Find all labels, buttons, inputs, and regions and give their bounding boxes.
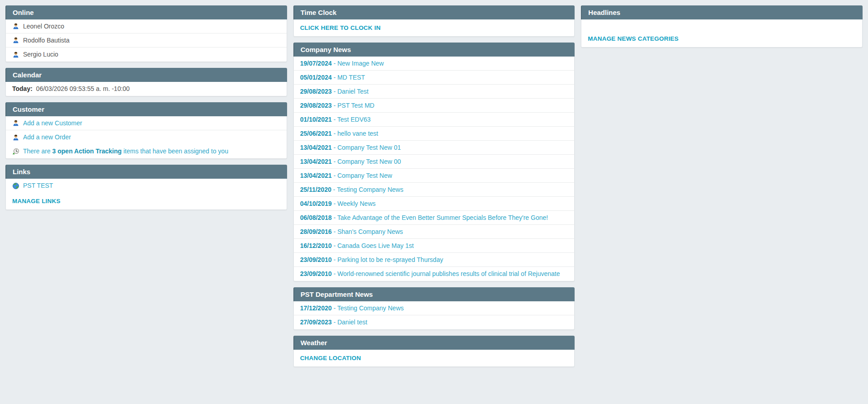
online-panel: Online Leonel Orozco xyxy=(5,5,287,62)
user-icon xyxy=(12,51,19,58)
customer-panel: Customer Add a new Customer xyxy=(5,102,287,159)
news-item-separator: - xyxy=(332,304,337,312)
clock-in-button[interactable]: CLICK HERE TO CLOCK IN xyxy=(300,24,381,32)
customer-action-link[interactable]: Add a new Customer xyxy=(23,119,82,127)
action-tracking-count: 3 open Action Tracking xyxy=(52,147,122,155)
weather-panel-header: Weather xyxy=(293,336,575,350)
pst-department-news-panel: PST Department News 17/12/2020 - Testing… xyxy=(293,287,575,330)
today-label: Today: xyxy=(12,85,33,93)
user-icon xyxy=(12,23,19,30)
headlines-panel: Headlines MANAGE NEWS CATEGORIES xyxy=(581,5,863,48)
news-item-link[interactable]: 28/09/2016 - Shan's Company News xyxy=(300,228,403,236)
news-item-row: 27/09/2023 - Daniel test xyxy=(294,315,575,329)
news-item-separator: - xyxy=(332,242,337,249)
news-item-row: 29/08/2023 - PST Test MD xyxy=(294,99,575,113)
news-item-link[interactable]: 25/06/2021 - hello vane test xyxy=(300,129,378,138)
news-item-date: 05/01/2024 xyxy=(300,74,332,81)
customer-action-link[interactable]: Add a new Order xyxy=(23,133,71,141)
clock-arrow-icon xyxy=(12,148,19,155)
action-tracking-row: There are 3 open Action Tracking items t… xyxy=(6,144,287,158)
links-panel-body: PST TEST MANAGE LINKS xyxy=(5,179,287,210)
news-item-link[interactable]: 23/09/2010 - World-renowned scientific j… xyxy=(300,270,560,278)
right-column: Headlines MANAGE NEWS CATEGORIES xyxy=(581,5,863,53)
online-panel-title: Online xyxy=(13,9,34,16)
news-item-separator: - xyxy=(332,200,337,207)
news-item-row: 28/09/2016 - Shan's Company News xyxy=(294,225,575,239)
time-clock-panel: Time Clock CLICK HERE TO CLOCK IN xyxy=(293,5,575,37)
company-news-panel-title: Company News xyxy=(301,46,351,53)
news-item-separator: - xyxy=(332,256,337,263)
action-tracking-link[interactable]: There are 3 open Action Tracking items t… xyxy=(23,147,228,155)
news-item-link[interactable]: 06/08/2018 - Take Advantage of the Even … xyxy=(300,214,548,222)
company-news-panel-body: 19/07/2024 - New Image New 05/01/2024 - … xyxy=(293,57,575,281)
customer-link-row: Add a new Order xyxy=(6,130,287,144)
news-item-link[interactable]: 17/12/2020 - Testing Company News xyxy=(300,304,404,312)
news-item-date: 28/09/2016 xyxy=(300,228,332,235)
news-item-link[interactable]: 13/04/2021 - Company Test New 00 xyxy=(300,157,401,166)
action-tracking-text-post: items that have been assigned to you xyxy=(122,147,228,155)
news-item-row: 25/06/2021 - hello vane test xyxy=(294,127,575,141)
news-item-date: 27/09/2023 xyxy=(300,318,332,326)
news-item-date: 13/04/2021 xyxy=(300,172,332,179)
headlines-panel-title: Headlines xyxy=(588,9,620,16)
news-item-row: 17/12/2020 - Testing Company News xyxy=(294,301,575,315)
today-datetime: 06/03/2026 09:53:55 a. m. -10:00 xyxy=(36,85,130,93)
news-item-date: 16/12/2010 xyxy=(300,242,332,249)
news-item-date: 01/10/2021 xyxy=(300,116,332,123)
news-item-row: 29/08/2023 - Daniel Test xyxy=(294,85,575,99)
news-item-title: World-renowned scientific journal publis… xyxy=(337,270,560,277)
news-item-separator: - xyxy=(332,74,337,81)
news-item-row: 13/04/2021 - Company Test New xyxy=(294,169,575,183)
news-item-link[interactable]: 19/07/2024 - New Image New xyxy=(300,59,384,67)
headlines-panel-header: Headlines xyxy=(581,5,863,19)
links-panel-header: Links xyxy=(5,165,287,179)
news-item-separator: - xyxy=(332,214,337,221)
online-user-name: Rodolfo Bautista xyxy=(23,36,70,44)
news-item-link[interactable]: 05/01/2024 - MD TEST xyxy=(300,73,365,81)
news-item-link[interactable]: 13/04/2021 - Company Test New 01 xyxy=(300,143,401,152)
news-item-link[interactable]: 25/11/2020 - Testing Company News xyxy=(300,185,404,194)
manage-links-button[interactable]: MANAGE LINKS xyxy=(12,197,61,205)
online-user-row: Sergio Lucio xyxy=(6,48,287,62)
clock-in-row: CLICK HERE TO CLOCK IN xyxy=(294,19,575,36)
news-item-row: 19/07/2024 - New Image New xyxy=(294,57,575,71)
online-user-name: Leonel Orozco xyxy=(23,22,64,30)
news-item-link[interactable]: 23/09/2010 - Parking lot to be re-spraye… xyxy=(300,256,443,264)
pst-department-news-list: 17/12/2020 - Testing Company News 27/09/… xyxy=(294,301,575,329)
news-item-separator: - xyxy=(332,158,337,165)
company-news-panel-header: Company News xyxy=(293,43,575,57)
change-location-row: CHANGE LOCATION xyxy=(294,350,575,366)
headlines-panel-body: MANAGE NEWS CATEGORIES xyxy=(581,19,863,48)
news-item-title: Weekly News xyxy=(337,200,376,207)
calendar-panel-title: Calendar xyxy=(13,71,42,79)
news-item-row: 23/09/2010 - World-renowned scientific j… xyxy=(294,267,575,281)
news-item-row: 25/11/2020 - Testing Company News xyxy=(294,183,575,197)
news-item-separator: - xyxy=(332,102,337,109)
manage-news-categories-button[interactable]: MANAGE NEWS CATEGORIES xyxy=(588,35,679,43)
news-item-row: 23/09/2010 - Parking lot to be re-spraye… xyxy=(294,253,575,267)
online-user-list: Leonel Orozco Rodolfo Bautista xyxy=(6,19,287,62)
news-item-title: Testing Company News xyxy=(337,304,404,312)
news-item-title: Take Advantage of the Even Better Summer… xyxy=(337,214,548,221)
headlines-empty-space xyxy=(581,19,862,30)
company-news-list: 19/07/2024 - New Image New 05/01/2024 - … xyxy=(294,57,575,281)
news-item-row: 06/08/2018 - Take Advantage of the Even … xyxy=(294,211,575,225)
middle-column: Time Clock CLICK HERE TO CLOCK IN Compan… xyxy=(293,5,575,373)
news-item-date: 25/11/2020 xyxy=(300,186,331,193)
company-news-panel: Company News 19/07/2024 - New Image New … xyxy=(293,43,575,281)
calendar-panel-body: Today: 06/03/2026 09:53:55 a. m. -10:00 xyxy=(5,82,287,96)
pst-department-news-panel-body: 17/12/2020 - Testing Company News 27/09/… xyxy=(293,301,575,330)
news-item-link[interactable]: 29/08/2023 - PST Test MD xyxy=(300,101,374,109)
news-item-link[interactable]: 16/12/2010 - Canada Goes Live May 1st xyxy=(300,242,414,250)
news-item-link[interactable]: 27/09/2023 - Daniel test xyxy=(300,318,368,326)
custom-link[interactable]: PST TEST xyxy=(23,181,53,190)
news-item-link[interactable]: 13/04/2021 - Company Test New xyxy=(300,171,392,180)
calendar-today-row: Today: 06/03/2026 09:53:55 a. m. -10:00 xyxy=(6,82,287,96)
news-item-link[interactable]: 01/10/2021 - Test EDV63 xyxy=(300,115,371,124)
news-item-title: Daniel Test xyxy=(337,88,368,95)
change-location-button[interactable]: CHANGE LOCATION xyxy=(300,354,361,362)
news-item-link[interactable]: 04/10/2019 - Weekly News xyxy=(300,200,376,208)
news-item-date: 13/04/2021 xyxy=(300,158,332,165)
news-item-link[interactable]: 29/08/2023 - Daniel Test xyxy=(300,87,369,95)
news-item-date: 13/04/2021 xyxy=(300,144,332,151)
